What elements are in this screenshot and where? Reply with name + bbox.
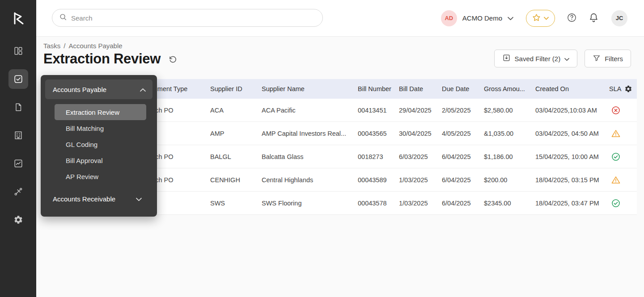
sidebar-item-settings[interactable] [8, 210, 28, 230]
column-sla: SLA [606, 85, 637, 93]
column-settings-gear-icon[interactable] [624, 85, 632, 93]
filter-funnel-icon [593, 54, 601, 63]
column-supplier-name[interactable]: Supplier Name [262, 85, 358, 92]
menu-items: Extraction Review Bill Matching GL Codin… [45, 104, 153, 184]
cell-bill-date: 1/03/2025 [399, 200, 442, 207]
cell-due-date: 6/04/2025 [442, 200, 484, 207]
cell-gross-amount: $1,186.00 [484, 153, 535, 160]
bell-icon [589, 13, 599, 24]
menu-item-extraction-review[interactable]: Extraction Review [55, 104, 146, 120]
saved-filter-icon [502, 54, 511, 63]
menu-section-label: Accounts Payable [53, 86, 106, 93]
filters-label: Filters [605, 55, 623, 63]
saved-filter-label: Saved Filter (2) [515, 55, 561, 63]
menu-item-bill-matching[interactable]: Bill Matching [55, 120, 146, 136]
column-supplier-id[interactable]: Supplier ID [210, 85, 262, 92]
favorites-button[interactable] [526, 10, 555, 27]
column-created-on[interactable]: Created On [535, 85, 606, 92]
org-name: ACMO Demo [462, 14, 502, 22]
chevron-down-icon [136, 195, 142, 203]
menu-section-accounts-receivable[interactable]: Accounts Receivable [45, 191, 153, 207]
cell-created-on: 18/04/2025, 03:15 PM [535, 176, 606, 184]
topbar-right-cluster: AD ACMO Demo [441, 0, 627, 36]
sidebar [0, 0, 36, 297]
cell-gross-amount: $2345.00 [484, 200, 535, 207]
cell-supplier-name: Central Highlands [262, 176, 358, 184]
user-avatar: JC [611, 10, 627, 26]
cell-supplier-id: AMP [210, 130, 262, 137]
app-logo [0, 0, 36, 36]
sidebar-item-tasks[interactable] [8, 69, 28, 89]
main-content: Tasks / Accounts Payable Extraction Revi… [36, 37, 644, 297]
app-logo-icon [10, 10, 27, 27]
cell-created-on: 03/04/2025, 04:50 AM [535, 130, 606, 137]
cell-bill-date: 30/04/2025 [399, 130, 442, 137]
cell-supplier-id: CENHIGH [210, 176, 262, 184]
refresh-icon [168, 55, 178, 66]
user-avatar-initials: JC [616, 15, 623, 21]
task-check-icon [13, 74, 23, 84]
saved-filter-button[interactable]: Saved Filter (2) [494, 50, 578, 67]
menu-item-bill-approval[interactable]: Bill Approval [55, 152, 146, 168]
column-bill-date[interactable]: Bill Date [399, 85, 442, 92]
cell-supplier-id: ACA [210, 107, 262, 114]
cell-bill-number: 00043565 [358, 130, 399, 137]
gear-icon [13, 215, 23, 225]
cell-bill-date: 6/03/2025 [399, 153, 442, 160]
column-bill-number[interactable]: Bill Number [358, 85, 399, 92]
task-type-dropdown: Accounts Payable Extraction Review Bill … [41, 75, 157, 217]
search-input[interactable] [71, 14, 316, 22]
cell-due-date: 4/05/2025 [442, 130, 484, 137]
cell-bill-number: 0018273 [358, 153, 399, 160]
cell-created-on: 15/04/2025, 10:00 AM [535, 153, 606, 160]
cell-bill-number: 00413451 [358, 107, 399, 114]
sla-status-icon [611, 152, 620, 161]
cell-bill-number: 00043578 [358, 200, 399, 207]
breadcrumb-current: Accounts Payable [69, 42, 123, 50]
notifications-button[interactable] [589, 13, 599, 24]
cell-bill-number: 00043589 [358, 176, 399, 184]
cell-bill-date: 29/04/2025 [399, 107, 442, 114]
global-search[interactable] [52, 9, 323, 27]
sidebar-item-reports[interactable] [8, 154, 28, 173]
menu-section-label: Accounts Receivable [53, 195, 115, 203]
chevron-down-icon [564, 55, 569, 63]
breadcrumb-separator: / [64, 42, 65, 50]
org-switcher[interactable]: AD ACMO Demo [441, 10, 513, 26]
cell-due-date: 6/04/2025 [442, 176, 484, 184]
refresh-button[interactable] [168, 55, 178, 66]
breadcrumb-tasks[interactable]: Tasks [43, 42, 60, 50]
search-icon [59, 13, 67, 23]
user-menu-button[interactable]: JC [611, 10, 627, 26]
help-button[interactable] [567, 13, 577, 24]
cell-created-on: 03/04/2025,10:03 AM [535, 107, 606, 114]
menu-section-accounts-payable[interactable]: Accounts Payable [45, 79, 153, 99]
document-icon [13, 102, 23, 112]
cell-supplier-name: ACA Pacific [262, 107, 358, 114]
cell-supplier-name: SWS Flooring [262, 200, 358, 207]
column-gross-amount[interactable]: Gross Amou... [484, 85, 535, 92]
chevron-down-icon [544, 15, 549, 21]
building-icon [13, 130, 23, 140]
menu-item-gl-coding[interactable]: GL Coding [55, 136, 146, 152]
cell-supplier-name: Balcatta Glass [262, 153, 358, 160]
app-window: AD ACMO Demo [0, 0, 644, 297]
page-title: Extraction Review [43, 51, 161, 67]
cell-due-date: 2/05/2025 [442, 107, 484, 114]
sidebar-item-documents[interactable] [8, 97, 28, 117]
column-due-date[interactable]: Due Date [442, 85, 484, 92]
title-row: Extraction Review [43, 51, 178, 67]
org-avatar-initials: AD [445, 15, 453, 21]
cell-gross-amount: $2,580.00 [484, 107, 535, 114]
filters-button[interactable]: Filters [585, 50, 631, 67]
sidebar-item-organization[interactable] [8, 125, 28, 145]
menu-item-ap-review[interactable]: AP Review [55, 168, 146, 184]
topbar: AD ACMO Demo [36, 0, 644, 37]
sla-status-icon [611, 176, 620, 184]
sidebar-item-integrations[interactable] [8, 182, 28, 201]
dashboard-icon [13, 46, 23, 56]
cell-gross-amount: $200.00 [484, 176, 535, 184]
sla-status-icon [611, 106, 620, 115]
sidebar-item-dashboard[interactable] [8, 41, 28, 61]
help-icon [567, 13, 577, 24]
